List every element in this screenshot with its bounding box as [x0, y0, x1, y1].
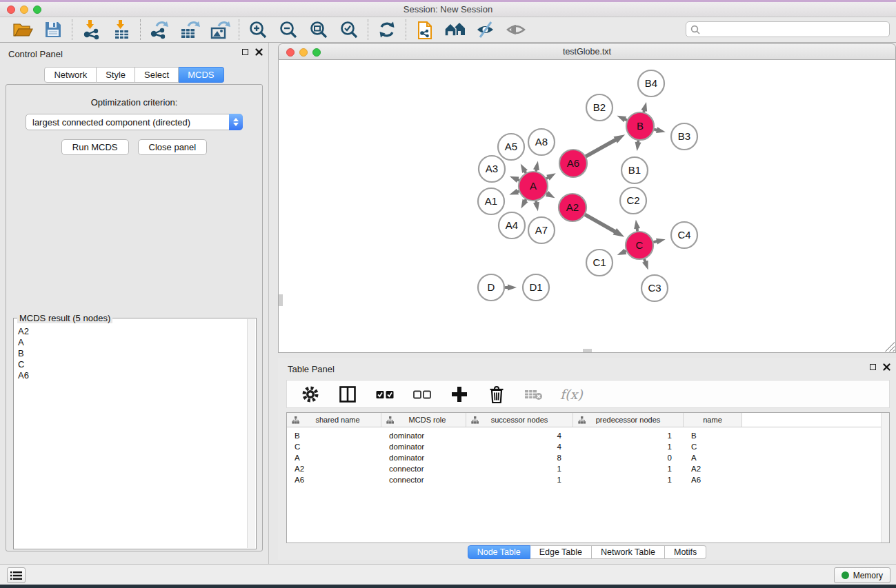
graph-edge[interactable] [586, 215, 617, 232]
column-header-predecessor-nodes[interactable]: predecessor nodes [573, 413, 684, 427]
tab-style[interactable]: Style [97, 67, 135, 83]
graph-node-label: C4 [677, 229, 690, 241]
columns-icon[interactable] [337, 383, 359, 405]
zoom-fit-icon[interactable] [308, 19, 330, 41]
window-controls[interactable] [7, 6, 41, 14]
graph-edge-arrowhead [635, 142, 641, 151]
resize-grip[interactable] [885, 342, 895, 352]
network-close-button[interactable] [286, 48, 295, 57]
function-icon[interactable]: f(x) [560, 387, 583, 402]
tab-select[interactable]: Select [135, 67, 179, 83]
criterion-dropdown[interactable]: largest connected component (directed) [26, 114, 243, 130]
float-table-panel-icon[interactable] [870, 364, 876, 370]
result-scrollbar[interactable] [247, 319, 255, 548]
run-mcds-button[interactable]: Run MCDS [61, 139, 129, 155]
import-table-icon[interactable] [110, 19, 132, 41]
graph-node-label: C1 [593, 256, 606, 268]
graph-node-label: D1 [529, 281, 542, 293]
delete-table-icon[interactable] [523, 383, 545, 405]
float-panel-icon[interactable] [242, 49, 248, 55]
unchecked-pair-icon[interactable] [411, 383, 433, 405]
shared-column-icon [578, 416, 586, 424]
graph-edge[interactable] [586, 139, 617, 156]
graph-node-label: A6 [567, 157, 579, 169]
eye-icon[interactable] [505, 19, 527, 41]
graph-edge-arrowhead [509, 189, 519, 195]
table-row[interactable]: A dominator 8 0 A [287, 452, 889, 463]
export-image-icon[interactable] [209, 19, 231, 41]
table-row[interactable]: A6 connector 1 1 A6 [287, 474, 889, 485]
zoom-out-icon[interactable] [277, 19, 299, 41]
table-panel: Table Panel f(x) [278, 358, 896, 560]
minimize-window-button[interactable] [20, 6, 28, 14]
zoom-selected-icon[interactable] [338, 19, 360, 41]
maximize-window-button[interactable] [33, 6, 41, 14]
tab-network-table[interactable]: Network Table [592, 545, 665, 559]
close-table-panel-icon[interactable] [883, 363, 890, 371]
main-toolbar [0, 17, 896, 43]
close-panel-button[interactable]: Close panel [138, 139, 208, 155]
graph-node-label: A4 [506, 219, 518, 231]
trash-icon[interactable] [486, 383, 508, 405]
graph-node-label: B [637, 120, 644, 132]
result-item[interactable]: C [18, 359, 247, 370]
gear-icon[interactable] [299, 383, 321, 405]
horizontal-scroll-thumb[interactable] [583, 349, 592, 352]
graph-node-label: C [636, 239, 644, 251]
close-panel-icon[interactable] [255, 48, 263, 56]
network-file-icon[interactable] [414, 19, 436, 41]
checked-pair-icon[interactable] [374, 383, 396, 405]
network-graph[interactable]: B4B2BB3A8A5A6A3B1AA1C2A2A4A7C4CC1C3DD1 [279, 60, 895, 352]
tab-node-table[interactable]: Node Table [468, 545, 530, 559]
graph-edge-arrowhead [533, 161, 539, 171]
plus-icon[interactable] [448, 383, 470, 405]
column-header-mcds-role[interactable]: MCDS role [381, 413, 466, 427]
column-header-successor-nodes[interactable]: successor nodes [466, 413, 573, 427]
search-input[interactable] [704, 25, 885, 34]
graph-node-label: B3 [678, 130, 690, 142]
table-row[interactable]: A2 connector 1 1 A2 [287, 463, 889, 474]
graph-node-label: A3 [486, 163, 498, 174]
graph-node-label: A7 [535, 224, 548, 236]
network-canvas[interactable]: B4B2BB3A8A5A6A3B1AA1C2A2A4A7C4CC1C3DD1 [278, 60, 896, 353]
search-field[interactable] [686, 21, 890, 37]
open-folder-icon[interactable] [12, 19, 34, 41]
memory-status-icon [842, 571, 849, 579]
zoom-in-icon[interactable] [247, 19, 269, 41]
column-header-name[interactable]: name [684, 413, 742, 427]
mcds-result-list[interactable]: A2 A B C A6 [14, 319, 247, 548]
tab-network[interactable]: Network [44, 67, 97, 83]
table-row[interactable]: C dominator 4 1 C [287, 441, 889, 452]
refresh-icon[interactable] [376, 19, 398, 41]
table-row[interactable]: B dominator 4 1 B [287, 430, 889, 441]
graph-edge-arrowhead [656, 239, 666, 245]
network-window-title: testGlobe.txt [279, 44, 895, 60]
vertical-scroll-thumb[interactable] [279, 294, 283, 306]
node-table[interactable]: shared name MCDS role successor nodes pr… [286, 412, 890, 543]
import-network-icon[interactable] [80, 19, 102, 41]
export-table-icon[interactable] [179, 19, 201, 41]
result-item[interactable]: A [18, 337, 247, 348]
tab-edge-table[interactable]: Edge Table [530, 545, 592, 559]
graph-node-label: A1 [485, 195, 497, 207]
network-minimize-button[interactable] [299, 48, 308, 57]
result-item[interactable]: B [18, 348, 247, 359]
graph-edge-arrowhead [533, 202, 539, 212]
network-window-titlebar[interactable]: testGlobe.txt [278, 43, 896, 60]
table-scrollbar[interactable] [881, 413, 889, 543]
export-network-icon[interactable] [148, 19, 170, 41]
result-item[interactable]: A2 [18, 326, 247, 337]
hide-eye-icon[interactable] [475, 19, 497, 41]
column-header-shared-name[interactable]: shared name [287, 413, 381, 427]
close-window-button[interactable] [7, 6, 15, 14]
tab-motifs[interactable]: Motifs [665, 545, 706, 559]
network-maximize-button[interactable] [312, 48, 321, 57]
save-icon[interactable] [42, 19, 64, 41]
home-icon[interactable] [444, 19, 466, 41]
tab-mcds[interactable]: MCDS [179, 67, 223, 83]
dropdown-stepper-icon[interactable] [229, 114, 243, 130]
memory-button[interactable]: Memory [834, 567, 890, 583]
task-list-button[interactable] [7, 567, 26, 583]
graph-edge-arrowhead [634, 220, 640, 229]
result-item[interactable]: A6 [18, 370, 247, 381]
